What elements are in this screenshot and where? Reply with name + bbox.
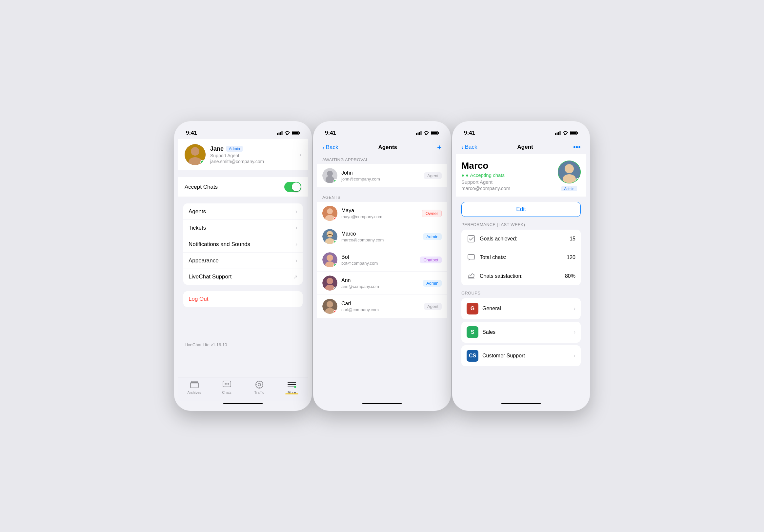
carl-email: carl@company.com [341,307,420,312]
edit-button-container: Edit [456,202,586,222]
toggle-thumb [292,183,301,191]
phone-agents: 9:41 ‹ Back Agents + AWAITING APPROVAL [313,121,451,411]
agent-detail-avatar [558,161,581,184]
agent-item-marco[interactable]: Marco marco@company.com Admin [317,225,447,248]
bot-name: Bot [341,254,416,260]
marco-online-dot [575,178,580,183]
agents-nav-title: Agents [378,144,397,151]
performance-section: PERFORMANCE (LAST WEEK) Goals achieved: … [456,222,586,285]
chats-value: 120 [567,255,575,260]
battery-icon-2 [431,131,439,135]
svg-point-42 [326,301,333,308]
maya-name: Maya [341,208,418,213]
agent-item-carl[interactable]: Carl carl@company.com Agent [317,295,447,318]
menu-item-appearance[interactable]: Appearance › [183,253,303,269]
carl-status-dot [333,310,337,314]
accepting-chats-label: Accepting chats [470,172,505,178]
john-status-dot [333,179,337,183]
tab-bar-1: Archives Chats [178,377,308,401]
menu-item-tickets[interactable]: Tickets › [183,220,303,236]
home-indicator-3 [501,403,541,404]
agent-item-maya[interactable]: Maya maya@company.com Owner [317,202,447,225]
profile-email: jane.smith@company.com [210,159,295,164]
satisfaction-label: Chats satisfaction: [480,273,561,279]
group-item-customer-support[interactable]: CS Customer Support › [461,345,581,366]
agent-item-john[interactable]: John john@company.com Agent [317,164,447,187]
svg-point-17 [258,383,261,386]
battery-icon [292,131,300,135]
svg-rect-11 [191,381,197,383]
tab-archives[interactable]: Archives [178,380,211,394]
agent-detail-header: Marco ● Accepting chats Support Agent ma… [456,154,586,197]
edit-agent-button[interactable]: Edit [461,202,581,217]
svg-point-52 [565,164,574,173]
svg-rect-44 [555,133,556,135]
more-icon [287,380,296,389]
maya-email: maya@company.com [341,214,418,219]
svg-rect-22 [416,133,417,135]
ann-name: Ann [341,277,419,283]
ann-info: Ann ann@company.com [341,277,419,289]
sales-group-chevron: › [574,329,575,335]
maya-status-dot [333,217,337,221]
tab-more[interactable]: More [276,380,308,394]
agents-back-button[interactable]: ‹ Back [322,144,338,151]
perf-row-goals: Goals achieved: 15 [461,230,581,248]
profile-section[interactable]: Jane Admin Support Agent jane.smith@comp… [178,139,308,170]
svg-rect-47 [560,131,561,135]
svg-rect-49 [577,132,578,134]
goals-label: Goals achieved: [480,236,566,242]
avatar [185,144,206,165]
accept-chats-label: Accept Chats [185,184,218,190]
menu-item-agents[interactable]: Agents › [183,203,303,220]
satisfaction-icon [467,272,476,281]
customer-support-group-icon: CS [467,350,478,362]
wifi-icon [285,131,290,135]
svg-rect-10 [191,383,198,388]
back-chevron-icon-3: ‹ [461,144,464,151]
marco-badge: Admin [423,233,442,240]
accept-chats-row[interactable]: Accept Chats [178,177,308,197]
menu-item-livechat-label: LiveChat Support [189,274,232,280]
svg-rect-2 [280,132,281,135]
chats-label: Total chats: [480,255,563,260]
tab-traffic[interactable]: Traffic [243,380,276,394]
group-item-general[interactable]: G General › [461,298,581,319]
menu-group-logout: Log Out [183,291,303,307]
menu-item-logout[interactable]: Log Out [183,291,303,307]
marco-email: marco@company.com [341,237,419,242]
agent-detail-back-button[interactable]: ‹ Back [461,144,477,151]
agent-detail-back-label: Back [465,144,478,150]
marco-info: Marco marco@company.com [341,231,419,242]
agent-detail-info: Marco ● Accepting chats Support Agent ma… [461,161,558,191]
add-agent-button[interactable]: + [437,143,442,152]
performance-card: Goals achieved: 15 Total chats: [461,230,581,285]
sales-group-icon: S [467,326,478,338]
agents-screen-content: AWAITING APPROVAL John [317,155,447,401]
perf-row-satisfaction: Chats satisfaction: 80% [461,267,581,285]
svg-rect-27 [438,132,439,134]
menu-item-notifications[interactable]: Notifications and Sounds › [183,236,303,253]
agent-item-ann[interactable]: Ann ann@company.com Admin [317,272,447,295]
carl-badge: Agent [424,303,442,310]
chats-icon [222,380,232,389]
marco-name: Marco [341,231,419,237]
time-2: 9:41 [325,130,336,136]
menu-group-main: Agents › Tickets › Notifications and Sou… [183,203,303,285]
accept-chats-toggle[interactable] [284,182,301,192]
general-group-chevron: › [574,306,575,312]
menu-item-appearance-label: Appearance [189,257,219,264]
battery-icon-3 [570,131,578,135]
agent-detail-more-button[interactable]: ••• [573,143,581,151]
group-item-sales[interactable]: S Sales › [461,322,581,343]
notifications-chevron: › [295,241,297,248]
menu-item-notifications-label: Notifications and Sounds [189,241,250,248]
svg-rect-28 [431,132,438,134]
menu-item-livechat-support[interactable]: LiveChat Support ↗ [183,269,303,285]
status-bar-3: 9:41 [456,125,586,139]
agents-nav-bar: ‹ Back Agents + [317,139,447,155]
agent-item-bot[interactable]: Bot bot@company.com Chatbot [317,248,447,272]
marco-status-dot [333,240,337,244]
tab-chats[interactable]: Chats [211,380,243,394]
tickets-chevron: › [295,224,297,231]
